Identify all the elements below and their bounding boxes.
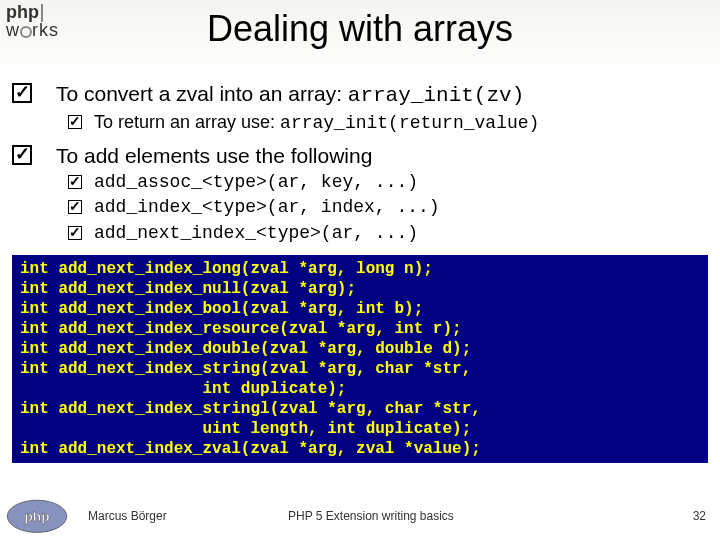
logo-line1: php bbox=[6, 2, 39, 22]
gear-icon bbox=[20, 26, 32, 38]
slide-footer: php Marcus Börger PHP 5 Extension writin… bbox=[0, 498, 720, 534]
bullet-text: To convert a zval into an array: array_i… bbox=[56, 80, 524, 109]
sub-bullet-item: To return an array use: array_init(retur… bbox=[68, 111, 708, 135]
checkbox-icon bbox=[68, 115, 82, 129]
php-logo-icon: php bbox=[6, 498, 68, 534]
footer-author: Marcus Börger bbox=[88, 509, 288, 523]
footer-title: PHP 5 Extension writing basics bbox=[288, 509, 680, 523]
sub-bullet-text: add_index_<type>(ar, index, ...) bbox=[94, 196, 440, 219]
sub-bullet-item: add_next_index_<type>(ar, ...) bbox=[68, 222, 708, 245]
slide-title: Dealing with arrays bbox=[0, 0, 720, 50]
checkbox-icon bbox=[68, 200, 82, 214]
bullet-text: To add elements use the following bbox=[56, 142, 372, 169]
sub-bullet-text: add_next_index_<type>(ar, ...) bbox=[94, 222, 418, 245]
sub-bullet-text: add_assoc_<type>(ar, key, ...) bbox=[94, 171, 418, 194]
bullet-item: To convert a zval into an array: array_i… bbox=[12, 80, 708, 109]
conference-logo: php wrks bbox=[6, 4, 59, 39]
code-block: int add_next_index_long(zval *arg, long … bbox=[12, 255, 708, 463]
checkbox-icon bbox=[68, 226, 82, 240]
sub-bullet-item: add_index_<type>(ar, index, ...) bbox=[68, 196, 708, 219]
bullet-item: To add elements use the following bbox=[12, 142, 708, 169]
checkbox-icon bbox=[68, 175, 82, 189]
checkbox-icon bbox=[12, 145, 32, 165]
footer-page-number: 32 bbox=[680, 509, 720, 523]
sub-bullet-item: add_assoc_<type>(ar, key, ...) bbox=[68, 171, 708, 194]
svg-text:php: php bbox=[25, 509, 50, 524]
slide-content: To convert a zval into an array: array_i… bbox=[12, 80, 708, 463]
sub-bullet-text: To return an array use: array_init(retur… bbox=[94, 111, 539, 135]
checkbox-icon bbox=[12, 83, 32, 103]
